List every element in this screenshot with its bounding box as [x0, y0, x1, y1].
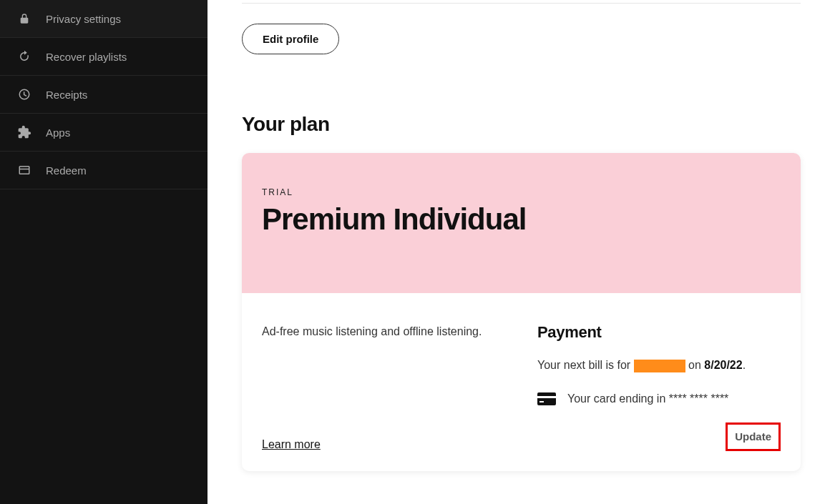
- sidebar-item-apps[interactable]: Apps: [0, 114, 207, 152]
- sidebar-item-label: Receipts: [46, 89, 87, 101]
- update-button[interactable]: Update: [735, 430, 771, 443]
- card-text: Your card ending in **** **** ****: [567, 392, 728, 405]
- plan-left: Ad-free music listening and offline list…: [262, 323, 509, 451]
- update-button-highlight: Update: [726, 423, 781, 451]
- next-bill-prefix: Your next bill is for: [537, 359, 634, 371]
- plan-card: TRIAL Premium Individual Ad-free music l…: [242, 153, 801, 471]
- puzzle-icon: [17, 125, 31, 139]
- learn-more-link[interactable]: Learn more: [262, 358, 509, 451]
- sidebar-item-label: Recover playlists: [46, 51, 127, 63]
- edit-profile-button[interactable]: Edit profile: [242, 24, 339, 54]
- plan-badge: TRIAL: [262, 187, 781, 197]
- sidebar: Privacy settings Recover playlists Recei…: [0, 0, 207, 504]
- sidebar-item-privacy[interactable]: Privacy settings: [0, 0, 207, 38]
- divider: [242, 3, 801, 4]
- sidebar-item-label: Apps: [46, 127, 70, 139]
- next-bill-date: 8/20/22: [704, 359, 742, 371]
- next-bill-period: .: [743, 359, 746, 371]
- refresh-icon: [17, 49, 31, 64]
- plan-body: Ad-free music listening and offline list…: [242, 293, 801, 471]
- next-bill-on: on: [685, 359, 705, 371]
- main-content: Edit profile Your plan TRIAL Premium Ind…: [207, 0, 835, 504]
- sidebar-item-recover[interactable]: Recover playlists: [0, 38, 207, 76]
- lock-icon: [17, 11, 31, 26]
- plan-description: Ad-free music listening and offline list…: [262, 323, 509, 340]
- card-prefix: Your card ending in: [567, 392, 669, 405]
- sidebar-item-label: Redeem: [46, 164, 87, 177]
- card-icon: [17, 163, 31, 177]
- sidebar-item-receipts[interactable]: Receipts: [0, 76, 207, 114]
- payment-panel: Payment Your next bill is for on 8/20/22…: [537, 323, 781, 451]
- sidebar-item-redeem[interactable]: Redeem: [0, 152, 207, 189]
- card-line: Your card ending in **** **** ****: [537, 392, 781, 405]
- payment-title: Payment: [537, 323, 781, 342]
- redacted-amount: [634, 360, 685, 372]
- svg-rect-2: [539, 401, 544, 402]
- sidebar-item-label: Privacy settings: [46, 13, 121, 25]
- plan-header: TRIAL Premium Individual: [242, 153, 801, 293]
- plan-section-heading: Your plan: [242, 113, 801, 136]
- plan-name: Premium Individual: [262, 203, 781, 236]
- card-masked: **** **** ****: [669, 392, 729, 405]
- next-bill-line: Your next bill is for on 8/20/22.: [537, 359, 781, 372]
- clock-icon: [17, 87, 31, 102]
- svg-rect-0: [537, 392, 556, 405]
- credit-card-icon: [537, 392, 556, 405]
- svg-rect-1: [537, 396, 556, 398]
